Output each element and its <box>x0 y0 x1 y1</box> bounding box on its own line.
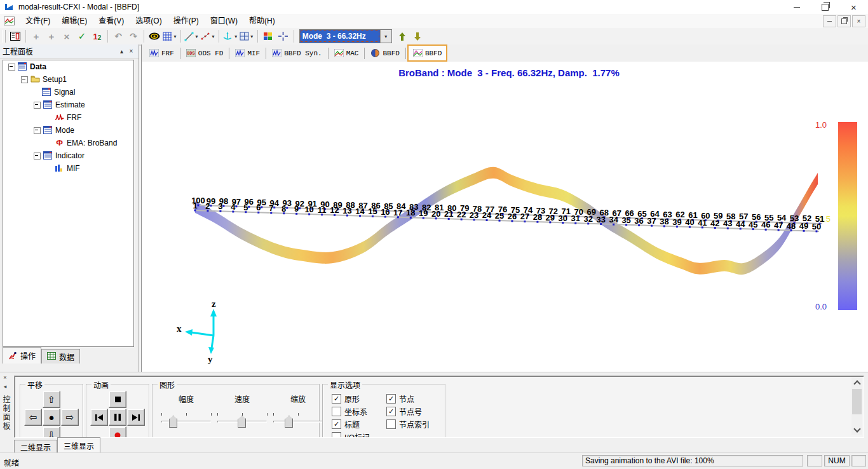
restore-button[interactable] <box>811 0 839 14</box>
slider-track[interactable] <box>217 413 267 426</box>
slider-thumb[interactable] <box>285 416 293 428</box>
slider-thumb[interactable] <box>169 416 177 428</box>
add-node-button[interactable]: + <box>29 29 43 43</box>
mdi-restore-button[interactable] <box>837 15 851 27</box>
apply-button[interactable]: ✓ <box>75 29 89 43</box>
tree-item-signal[interactable]: Signal <box>3 86 133 99</box>
pause-button[interactable] <box>109 409 126 426</box>
svg-text:24: 24 <box>482 210 492 220</box>
previous-mode-button[interactable] <box>395 29 409 43</box>
menu-item-6[interactable]: 帮助(H) <box>243 14 281 28</box>
split-view-button[interactable] <box>276 29 290 43</box>
slider-track[interactable] <box>273 413 323 426</box>
pan-down-button[interactable]: ⇩ <box>43 426 60 438</box>
panel-tab-数据[interactable]: 数据 <box>41 349 80 364</box>
checkbox-box[interactable]: ✓ <box>332 394 341 404</box>
tree-item-mif[interactable]: MIF <box>3 162 133 175</box>
mdi-minimize-button[interactable] <box>823 15 836 27</box>
expander-icon[interactable] <box>8 64 15 71</box>
tree-item-data[interactable]: Data <box>3 60 133 73</box>
tree-item-setup1[interactable]: Setup1 <box>3 73 133 86</box>
menu-item-2[interactable]: 查看(V) <box>93 14 130 28</box>
expander-icon[interactable] <box>34 102 41 109</box>
pan-right-button[interactable]: ⇨ <box>61 409 79 426</box>
checkbox-节点[interactable]: ✓节点 <box>386 393 414 404</box>
svg-text:31: 31 <box>571 214 580 223</box>
checkbox-原形[interactable]: ✓原形 <box>332 393 360 404</box>
display-tab-二维显示[interactable]: 二维显示 <box>14 440 57 453</box>
checkbox-坐标系[interactable]: 坐标系 <box>332 406 367 417</box>
undo-button[interactable]: ↶ <box>111 29 125 43</box>
axis-view-button[interactable]: ▼ <box>222 29 238 43</box>
mdi-close-button[interactable]: × <box>852 15 865 27</box>
slider-track[interactable] <box>161 413 211 426</box>
checkbox-box[interactable] <box>386 419 396 429</box>
menu-item-3[interactable]: 选项(O) <box>130 14 167 28</box>
checkbox-节点号[interactable]: ✓节点号 <box>386 406 422 417</box>
panel-toggle-button[interactable] <box>8 29 22 43</box>
next-mode-button[interactable] <box>410 29 424 43</box>
next-frame-button[interactable] <box>127 409 145 426</box>
toolbar: + + × ✓ 12 ↶ ↷ ▼ ▼ ▼ <box>0 28 868 46</box>
dock-collapse-button[interactable]: ◂ <box>1 383 9 390</box>
project-panel-header: 工程面板 ▴ × <box>0 44 139 58</box>
checkbox-box[interactable]: ✓ <box>386 394 396 404</box>
delete-button[interactable]: × <box>60 29 74 43</box>
pan-up-button[interactable]: ⇧ <box>43 391 60 408</box>
tree-item-label: Estimate <box>55 100 85 109</box>
chevron-down-icon: ▼ <box>234 34 238 39</box>
window-layout-button[interactable]: ▼ <box>240 29 254 43</box>
tree-item-frf[interactable]: FRF <box>3 111 133 124</box>
previous-frame-button[interactable] <box>90 409 108 426</box>
scrollbar-thumb[interactable] <box>852 389 862 414</box>
menu-item-1[interactable]: 编辑(E) <box>56 14 93 28</box>
expander-icon[interactable] <box>34 153 41 160</box>
slider-thumb[interactable] <box>238 416 246 428</box>
minimize-button[interactable] <box>782 0 811 14</box>
pan-center-button[interactable]: ● <box>43 409 60 426</box>
menu-item-4[interactable]: 操作(P) <box>168 14 205 28</box>
scroll-down-button[interactable] <box>851 425 862 435</box>
scroll-up-button[interactable] <box>851 377 862 388</box>
dock-label: 控制面板 <box>1 395 11 431</box>
grid-button[interactable]: ▼ <box>163 29 177 43</box>
checkbox-box[interactable] <box>332 432 341 438</box>
mode-selector-dropdown-button[interactable]: ▼ <box>380 30 391 43</box>
checkbox-box[interactable]: ✓ <box>386 407 396 416</box>
visibility-button[interactable] <box>147 29 161 43</box>
color-map-button[interactable] <box>261 29 275 43</box>
display-options-group-title: 显示选项 <box>328 379 362 390</box>
panel-close-button[interactable]: × <box>126 46 136 56</box>
checkbox-box[interactable] <box>332 407 341 416</box>
renumber-button[interactable]: 12 <box>90 29 104 43</box>
checkbox-I-O标记[interactable]: I/O标记 <box>332 432 370 438</box>
checkbox-box[interactable]: ✓ <box>332 419 341 429</box>
tree-item-mode[interactable]: Mode <box>3 124 133 137</box>
redo-button[interactable]: ↷ <box>126 29 140 43</box>
mode-shape-plot[interactable]: 1.00.50.01001992983974965956947938929911… <box>142 44 868 372</box>
control-panel-scrollbar[interactable] <box>851 377 862 435</box>
menu-item-0[interactable]: 文件(F) <box>20 14 56 28</box>
panel-collapse-button[interactable]: ▴ <box>117 46 126 56</box>
tree-item-ema-broband[interactable]: ΦEMA: BroBand <box>3 137 133 149</box>
dock-close-button[interactable]: × <box>1 374 9 381</box>
mode-selector[interactable]: Mode 3 - 66.32Hz ▼ <box>299 29 392 43</box>
stop-button[interactable] <box>109 391 126 408</box>
pan-group-title: 平移 <box>25 379 44 390</box>
close-button[interactable]: × <box>839 0 868 14</box>
pan-left-button[interactable]: ⇦ <box>24 409 42 426</box>
checkbox-标题[interactable]: ✓标题 <box>332 419 360 430</box>
point-style-button[interactable]: ▼ <box>200 29 215 43</box>
tree-item-indicator[interactable]: Indicator <box>3 149 133 162</box>
add-element-button[interactable]: + <box>44 29 58 43</box>
tree-item-estimate[interactable]: Estimate <box>3 99 133 111</box>
panel-tab-操作[interactable]: 操作 <box>3 347 41 364</box>
menu-item-5[interactable]: 窗口(W) <box>205 14 243 28</box>
toolbar-grip[interactable] <box>2 30 6 43</box>
display-tab-三维显示[interactable]: 三维显示 <box>57 437 100 453</box>
expander-icon[interactable] <box>34 127 41 134</box>
line-style-button[interactable]: ▼ <box>184 29 199 43</box>
checkbox-节点索引[interactable]: 节点索引 <box>386 419 430 430</box>
expander-icon[interactable] <box>21 76 28 83</box>
record-button[interactable] <box>109 426 126 438</box>
